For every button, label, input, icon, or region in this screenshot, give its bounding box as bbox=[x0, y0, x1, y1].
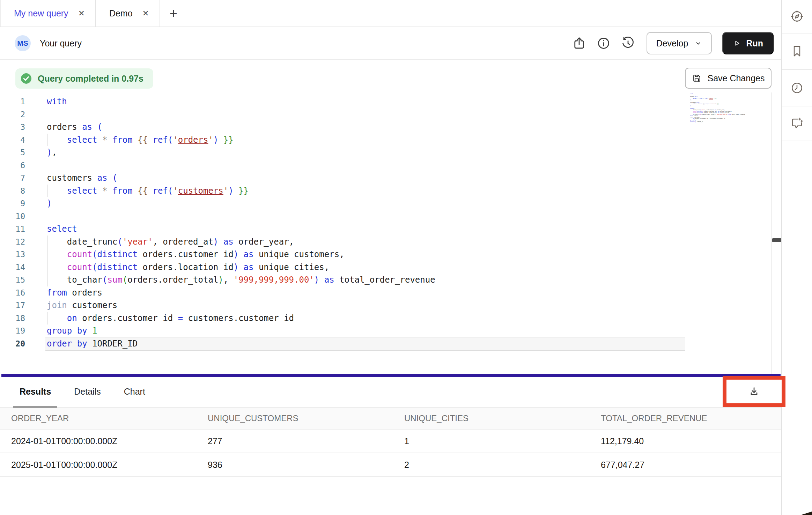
code-line-17[interactable]: join customers bbox=[45, 299, 685, 312]
minimap[interactable]: with orders as ( select * from {{ ref('o… bbox=[690, 93, 745, 122]
code-line-11[interactable]: select bbox=[45, 223, 685, 236]
status-row: Query completed in 0.97s Save Changes bbox=[0, 60, 781, 92]
query-header: MS Your query Develop bbox=[0, 27, 781, 60]
code-line-13[interactable]: count(distinct orders.customer_id) as un… bbox=[45, 248, 685, 261]
run-button[interactable]: Run bbox=[722, 32, 774, 54]
code-line-8[interactable]: select * from {{ ref('customers') }} bbox=[45, 185, 685, 197]
code-line-15[interactable]: to_char(sum(orders.order_total), '999,99… bbox=[45, 274, 685, 286]
develop-dropdown[interactable]: Develop bbox=[647, 32, 712, 54]
results-tab-details[interactable]: Details bbox=[68, 377, 107, 408]
table-header-row: ORDER_YEARUNIQUE_CUSTOMERSUNIQUE_CITIEST… bbox=[0, 408, 781, 430]
line-number: 9 bbox=[0, 197, 25, 210]
app-window: My new query✕Demo✕ + MS Your query D bbox=[0, 0, 812, 515]
develop-label: Develop bbox=[656, 38, 688, 48]
code-line-6[interactable] bbox=[45, 159, 685, 172]
code-line-7[interactable]: customers as ( bbox=[45, 172, 685, 185]
results-tab-chart[interactable]: Chart bbox=[118, 377, 152, 408]
column-header: ORDER_YEAR bbox=[11, 413, 208, 423]
code-line-9[interactable]: ) bbox=[45, 197, 685, 210]
chat-sparkles-icon bbox=[790, 117, 804, 130]
tab-my-new-query[interactable]: My new query✕ bbox=[1, 0, 96, 27]
cell: 2024-01-01T00:00:00.000Z bbox=[11, 436, 208, 446]
check-circle-icon bbox=[20, 72, 32, 85]
line-number: 11 bbox=[0, 223, 25, 236]
right-sidebar bbox=[781, 0, 812, 515]
line-number: 16 bbox=[0, 286, 25, 299]
cell: 277 bbox=[208, 436, 404, 446]
table-body: 2024-01-01T00:00:00.000Z2771112,179.4020… bbox=[0, 430, 781, 477]
save-icon bbox=[692, 73, 702, 83]
tab-demo[interactable]: Demo✕ bbox=[96, 0, 160, 27]
cursor-artifact bbox=[801, 512, 812, 515]
cell: 677,047.27 bbox=[601, 460, 781, 470]
line-number: 19 bbox=[0, 324, 25, 337]
avatar: MS bbox=[15, 35, 31, 51]
code-line-2[interactable] bbox=[45, 108, 685, 121]
code-line-5[interactable]: ), bbox=[45, 146, 685, 159]
history-icon[interactable] bbox=[621, 36, 635, 51]
line-number: 17 bbox=[0, 299, 25, 312]
code-lines[interactable]: with orders as ( select * from {{ ref('o… bbox=[45, 95, 685, 350]
line-number: 12 bbox=[0, 236, 25, 248]
line-number: 5 bbox=[0, 146, 25, 159]
clock-icon bbox=[790, 81, 804, 95]
column-header: UNIQUE_CITIES bbox=[404, 413, 601, 423]
download-results-button[interactable] bbox=[726, 380, 782, 403]
code-line-12[interactable]: date_trunc('year', ordered_at) as order_… bbox=[45, 236, 685, 248]
code-line-3[interactable]: orders as ( bbox=[45, 121, 685, 134]
sidebar-item-ai-chat[interactable] bbox=[782, 106, 812, 141]
query-status-badge: Query completed in 0.97s bbox=[15, 68, 153, 89]
code-line-18[interactable]: on orders.customer_id = customers.custom… bbox=[45, 312, 685, 325]
line-number: 8 bbox=[0, 185, 25, 197]
code-line-4[interactable]: select * from {{ ref('orders') }} bbox=[45, 134, 685, 147]
tab-label: Demo bbox=[109, 8, 133, 18]
save-changes-label: Save Changes bbox=[707, 73, 765, 83]
line-number: 4 bbox=[0, 134, 25, 147]
code-line-1[interactable]: with bbox=[45, 95, 685, 108]
pane-splitter[interactable] bbox=[771, 92, 781, 374]
query-status-text: Query completed in 0.97s bbox=[38, 74, 143, 84]
code-line-10[interactable] bbox=[45, 210, 685, 223]
results-tab-bar: ResultsDetailsChart bbox=[0, 377, 781, 408]
editor-results-divider[interactable] bbox=[1, 374, 781, 377]
sidebar-item-bookmarks[interactable] bbox=[782, 33, 812, 70]
line-number: 6 bbox=[0, 159, 25, 172]
bookmark-icon bbox=[790, 44, 804, 58]
table-row[interactable]: 2025-01-01T00:00:00.000Z9362677,047.27 bbox=[0, 453, 781, 477]
cell: 2 bbox=[404, 460, 601, 470]
cell: 936 bbox=[208, 460, 404, 470]
line-number: 7 bbox=[0, 172, 25, 185]
share-icon[interactable] bbox=[572, 36, 586, 51]
column-header: UNIQUE_CUSTOMERS bbox=[208, 413, 404, 423]
chevron-down-icon bbox=[694, 39, 702, 47]
run-label: Run bbox=[746, 38, 763, 48]
annotation-highlight-box bbox=[723, 376, 785, 407]
code-line-20[interactable]: order by 1ORDER_ID bbox=[45, 337, 685, 350]
line-number: 18 bbox=[0, 312, 25, 325]
close-icon[interactable]: ✕ bbox=[78, 9, 85, 17]
code-line-14[interactable]: count(distinct orders.location_id) as un… bbox=[45, 261, 685, 274]
table-row[interactable]: 2024-01-01T00:00:00.000Z2771112,179.40 bbox=[0, 430, 781, 453]
editor-tab-bar: My new query✕Demo✕ + bbox=[0, 0, 781, 27]
line-number: 2 bbox=[0, 108, 25, 121]
tabs-list: My new query✕Demo✕ bbox=[0, 0, 160, 27]
code-line-19[interactable]: group by 1 bbox=[45, 324, 685, 337]
splitter-drag-handle[interactable] bbox=[772, 238, 781, 242]
new-tab-button[interactable]: + bbox=[160, 0, 187, 27]
code-line-16[interactable]: from orders bbox=[45, 286, 685, 299]
line-number: 1 bbox=[0, 95, 25, 108]
sql-editor[interactable]: 1234567891011121314151617181920 with ord… bbox=[0, 92, 772, 374]
line-number: 13 bbox=[0, 248, 25, 261]
column-header: TOTAL_ORDER_REVENUE bbox=[601, 413, 781, 423]
tab-label: My new query bbox=[14, 8, 68, 18]
line-number: 10 bbox=[0, 210, 25, 223]
line-number: 3 bbox=[0, 121, 25, 134]
line-number: 15 bbox=[0, 274, 25, 286]
results-tab-results[interactable]: Results bbox=[13, 377, 57, 408]
page-title: Your query bbox=[40, 38, 82, 48]
info-icon[interactable] bbox=[596, 36, 611, 51]
sidebar-item-history[interactable] bbox=[782, 70, 812, 106]
save-changes-button[interactable]: Save Changes bbox=[685, 68, 772, 89]
sidebar-item-explore[interactable] bbox=[782, 0, 812, 33]
close-icon[interactable]: ✕ bbox=[142, 9, 149, 17]
